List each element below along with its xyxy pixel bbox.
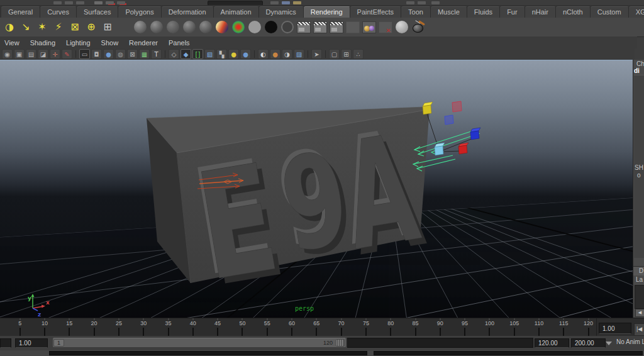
range-end-handle[interactable] <box>336 339 345 347</box>
blinn-material-icon[interactable] <box>149 19 164 35</box>
playback-start-field[interactable]: 1.00 <box>15 338 48 348</box>
xray-icon[interactable]: ▨ <box>294 49 304 59</box>
isolate-select-icon[interactable]: ➤ <box>311 49 322 59</box>
paint-effects-icon[interactable] <box>411 19 426 35</box>
shelf-tab-nhair[interactable]: nHair <box>525 6 556 18</box>
range-slider-track[interactable]: 1 120 <box>53 338 346 348</box>
phong-material-icon[interactable] <box>182 19 197 35</box>
light-icon-yellow[interactable] <box>423 102 433 114</box>
panel-menu-panels[interactable]: Panels <box>169 39 190 47</box>
light-icon-dark-blue[interactable] <box>470 128 480 140</box>
shelf-tab-fluids[interactable]: Fluids <box>467 6 500 18</box>
wireframe-icon[interactable]: ◇ <box>169 49 179 59</box>
ambient-occlusion-icon[interactable]: ● <box>270 49 280 59</box>
light-icon-blue-translucent[interactable] <box>445 115 453 125</box>
field-chart-icon[interactable]: ◍ <box>115 49 126 59</box>
bookmarks-icon[interactable]: ▤ <box>26 49 36 59</box>
shelf-tab-fur[interactable]: Fur <box>500 6 525 18</box>
shelf-tab-toon[interactable]: Toon <box>401 6 431 18</box>
use-default-material-icon[interactable]: ▚ <box>216 49 227 59</box>
two-d-pan-zoom-icon[interactable]: ✛ <box>50 49 60 59</box>
layer-list[interactable] <box>635 285 644 309</box>
camera-icon[interactable]: ⊞ <box>100 19 115 35</box>
shelf-tab-dynamics[interactable]: Dynamics <box>259 6 304 18</box>
current-character-field[interactable]: 1.00 <box>599 323 631 334</box>
ambient-light-icon[interactable]: ◑ <box>2 19 17 35</box>
animation-start-field[interactable] <box>0 338 11 348</box>
grease-pencil-icon[interactable]: ✎ <box>62 49 72 59</box>
render-frame-icon[interactable] <box>313 19 328 35</box>
shelf-tab-painteffects[interactable]: PaintEffects <box>350 6 402 18</box>
shelf-tab-surfaces[interactable]: Surfaces <box>77 6 118 18</box>
lights-all-icon[interactable]: ● <box>240 49 251 59</box>
use-background-icon[interactable] <box>280 19 295 35</box>
safe-action-icon[interactable]: ⊠ <box>127 49 138 59</box>
range-start-handle[interactable]: 1 <box>53 339 64 347</box>
panel-menu-shading[interactable]: Shading <box>30 39 55 47</box>
layer-collapse-button[interactable]: ◀ <box>635 309 644 317</box>
wire-on-shaded-icon[interactable]: ▢ <box>329 49 340 59</box>
directional-light-icon[interactable]: ↘ <box>18 19 33 35</box>
share-view-icon[interactable]: ∴ <box>353 49 364 59</box>
shelf-tab-general[interactable]: General <box>1 6 40 18</box>
shape-node-name[interactable]: o <box>637 172 641 179</box>
shadows-icon[interactable]: ◐ <box>258 49 269 59</box>
display-layers-header[interactable]: D <box>633 266 644 275</box>
render-settings-icon[interactable] <box>296 19 311 35</box>
shelf-tab-custom[interactable]: Custom <box>591 6 629 18</box>
render-view-icon[interactable] <box>116 19 131 35</box>
anim-layer-label[interactable]: No Anim Lay <box>616 338 644 345</box>
surface-shader-icon[interactable] <box>247 19 262 35</box>
ramp-shader-icon[interactable] <box>214 19 230 35</box>
animation-end-field[interactable]: 200.00 <box>571 338 606 348</box>
phonge-material-icon[interactable] <box>198 19 213 35</box>
volume-light-icon[interactable]: ⊕ <box>84 19 99 35</box>
panel-menu-view[interactable]: View <box>4 39 19 47</box>
display-tab[interactable]: D <box>639 267 643 274</box>
light-icon-red-translucent[interactable] <box>452 101 462 112</box>
shelf-tab-xgen[interactable]: XGen <box>629 6 644 18</box>
safe-title-icon[interactable]: T <box>151 49 162 59</box>
shelf-tab-deformation[interactable]: Deformation <box>162 6 214 18</box>
cancel-batch-render-icon[interactable] <box>378 19 393 35</box>
spot-light-icon[interactable]: ⚡ <box>51 19 66 35</box>
film-gate-icon[interactable]: ▭ <box>79 49 90 59</box>
shelf-tab-muscle[interactable]: Muscle <box>431 6 467 18</box>
black-hole-icon[interactable] <box>264 19 279 35</box>
channel-box-menu[interactable]: Ch <box>636 60 644 67</box>
duplicate-view-icon[interactable]: ⊞ <box>341 49 352 59</box>
panel-menu-lighting[interactable]: Lighting <box>66 39 91 47</box>
anisotropic-material-icon[interactable] <box>133 19 148 35</box>
shading-map-icon[interactable] <box>231 19 246 35</box>
render-disabled-icon[interactable] <box>345 19 360 35</box>
command-input-field[interactable] <box>49 351 367 355</box>
playback-end-field[interactable]: 120.00 <box>535 338 569 348</box>
motion-blur-icon[interactable]: ◑ <box>282 49 292 59</box>
shelf-tab-curves[interactable]: Curves <box>40 6 77 18</box>
perspective-viewport[interactable]: E E E 9 9 9 A A A <box>0 60 633 318</box>
batch-render-icon[interactable] <box>362 19 377 35</box>
select-camera-icon[interactable]: ◉ <box>2 49 13 59</box>
resolution-gate-icon[interactable]: ◘ <box>91 49 102 59</box>
textured-icon[interactable]: ▧ <box>204 49 215 59</box>
channel-box-object-name[interactable]: di <box>634 67 640 74</box>
light-icon-cyan-selected[interactable] <box>435 143 445 155</box>
panel-menu-show[interactable]: Show <box>101 39 119 47</box>
light-icon-red[interactable] <box>458 143 469 154</box>
point-light-icon[interactable]: ✶ <box>35 19 50 35</box>
lights-default-icon[interactable]: ● <box>228 49 239 59</box>
shelf-tab-ncloth[interactable]: nCloth <box>556 6 591 18</box>
safe-display-icon[interactable]: ▦ <box>139 49 150 59</box>
lambert-material-icon[interactable] <box>165 19 180 35</box>
image-plane-icon[interactable]: ◪ <box>38 49 48 59</box>
bounding-box-icon[interactable]: [] <box>192 49 203 59</box>
gate-mask-icon[interactable]: ● <box>103 49 114 59</box>
go-to-start-button[interactable]: |◀ <box>634 323 644 336</box>
hypershade-icon[interactable] <box>394 19 409 35</box>
time-slider[interactable]: 5101520253035404550556065707580859095100… <box>0 318 597 337</box>
camera-attributes-icon[interactable]: ▣ <box>14 49 25 59</box>
shelf-tab-rendering[interactable]: Rendering <box>304 6 350 18</box>
shelf-tab-animation[interactable]: Animation <box>214 6 259 18</box>
smooth-shade-icon[interactable]: ◆ <box>180 49 191 59</box>
ipr-render-icon[interactable] <box>329 19 344 35</box>
